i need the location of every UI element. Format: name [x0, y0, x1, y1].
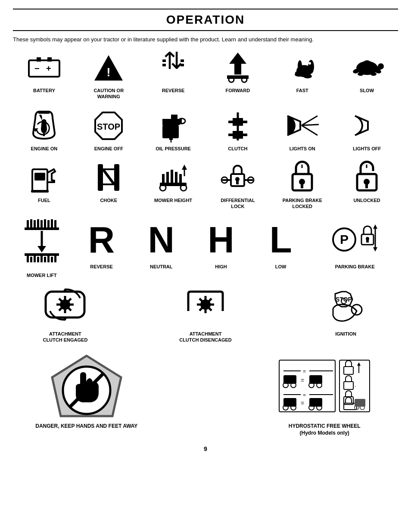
svg-rect-85 [27, 220, 29, 228]
svg-rect-94 [25, 227, 59, 230]
low-l-symbol: L LOW [252, 218, 310, 270]
svg-rect-105 [51, 257, 53, 262]
danger-hands-symbol: DANGER, KEEP HANDS AND FEET AWAY [13, 352, 160, 436]
reverse-r-label: REVERSE [90, 264, 113, 270]
battery-icon: − + [27, 50, 61, 85]
engine-off-symbol: STOP ENGINE OFF [78, 109, 140, 152]
svg-text:!: ! [107, 65, 111, 79]
low-l-letter: L [270, 221, 292, 258]
svg-rect-11 [181, 64, 184, 66]
svg-text:=: = [303, 392, 306, 398]
svg-rect-111 [366, 240, 369, 243]
unlocked-label: UNLOCKED [353, 197, 380, 203]
svg-text:-: - [355, 383, 356, 388]
mower-height-symbol: MOWER HEIGHT [142, 160, 205, 210]
svg-rect-62 [166, 172, 169, 184]
svg-rect-54 [31, 190, 49, 193]
svg-rect-42 [233, 123, 243, 126]
svg-point-23 [295, 72, 299, 75]
fast-icon [285, 50, 320, 85]
clutch-icon [221, 109, 255, 143]
svg-rect-92 [51, 219, 53, 228]
intro-text: These symbols may appear on your tractor… [13, 36, 398, 43]
svg-rect-56 [114, 164, 119, 191]
svg-rect-38 [169, 138, 173, 140]
svg-rect-100 [34, 256, 36, 262]
svg-point-28 [358, 72, 364, 76]
fast-symbol: FAST [271, 50, 333, 100]
fuel-icon [27, 160, 61, 195]
svg-rect-98 [27, 256, 29, 262]
svg-rect-2 [47, 57, 52, 62]
svg-marker-12 [229, 53, 246, 64]
page-title: OPERATION [13, 9, 398, 31]
svg-rect-160 [344, 382, 353, 389]
svg-rect-0 [29, 60, 59, 77]
svg-rect-52 [34, 173, 45, 180]
lights-off-symbol: LIGHTS OFF [336, 109, 398, 152]
attachment-disengaged-icon [182, 287, 229, 328]
caution-icon: ! [91, 50, 126, 85]
reverse-label: REVERSE [162, 87, 185, 93]
parking-brake-icon: P [331, 218, 379, 261]
svg-rect-83 [365, 184, 368, 188]
unlocked-icon [350, 160, 384, 195]
svg-marker-114 [373, 247, 377, 252]
svg-rect-64 [175, 172, 177, 184]
hydrostatic-label: HYDROSTATIC FREE WHEEL (Hydro Models onl… [289, 423, 361, 436]
svg-text:−: − [34, 64, 40, 73]
attachment-engaged-icon [41, 287, 89, 328]
differential-lock-icon [221, 160, 255, 195]
svg-text:STOP: STOP [336, 296, 352, 303]
parking-brake-symbol: P PARKING BRAKE [311, 218, 398, 270]
reverse-r-letter: R [88, 221, 115, 258]
oil-pressure-label: OIL PRESSURE [156, 146, 191, 152]
reverse-symbol: ⇅ REVERSE [142, 50, 205, 100]
svg-rect-13 [234, 64, 241, 75]
choke-symbol: CHOKE [78, 160, 140, 210]
mower-lift-label: MOWER LIFT [27, 272, 57, 278]
symbols-row2: ENGINE ON STOP ENGINE OFF OIL PRESSURE [13, 109, 398, 152]
fast-label: FAST [296, 87, 308, 93]
svg-point-25 [362, 60, 372, 71]
svg-point-31 [378, 63, 384, 69]
svg-rect-41 [228, 121, 247, 123]
svg-rect-63 [171, 170, 173, 184]
svg-line-50 [302, 125, 318, 135]
neutral-n-icon: N [144, 218, 178, 261]
svg-rect-88 [37, 219, 39, 228]
choke-icon [91, 160, 126, 195]
clutch-label: CLUTCH [228, 146, 247, 152]
symbols-row1: − + BATTERY ! CAUTION OR WARNING ⇅ [13, 50, 398, 100]
svg-point-19 [298, 60, 302, 72]
parking-brake-label: PARKING BRAKE [335, 264, 375, 270]
mower-height-label: MOWER HEIGHT [154, 197, 192, 203]
svg-point-78 [299, 179, 305, 185]
attachment-disengaged-symbol: ATTACHMENT CLUTCH DISENCAGED [153, 287, 258, 343]
symbols-row4: MOWER LIFT R REVERSE N NEUTRAL H HIGH L … [13, 218, 398, 278]
slow-label: SLOW [360, 87, 374, 93]
reverse-r-symbol: R REVERSE [73, 218, 131, 270]
svg-rect-86 [30, 219, 32, 228]
mower-height-icon [156, 160, 190, 195]
neutral-n-label: NEUTRAL [150, 264, 173, 270]
oil-pressure-icon [156, 109, 190, 143]
fuel-symbol: FUEL [13, 160, 75, 210]
svg-text:P: P [340, 232, 349, 246]
svg-rect-106 [54, 256, 56, 262]
unlocked-symbol: UNLOCKED [336, 160, 398, 210]
svg-rect-45 [228, 134, 247, 136]
svg-line-48 [302, 116, 318, 125]
high-h-icon: H [204, 218, 238, 261]
svg-rect-91 [47, 220, 50, 228]
forward-symbol: FORWARD [206, 50, 269, 100]
svg-marker-113 [373, 224, 377, 229]
svg-rect-55 [98, 164, 103, 191]
svg-rect-89 [40, 220, 43, 228]
svg-rect-97 [25, 253, 59, 256]
danger-hands-label: DANGER, KEEP HANDS AND FEET AWAY [35, 423, 137, 430]
lights-on-label: LIGHTS ON [290, 146, 315, 152]
lights-on-symbol: LIGHTS ON [271, 109, 333, 152]
high-h-letter: H [208, 221, 234, 258]
svg-text:+: + [46, 64, 51, 73]
